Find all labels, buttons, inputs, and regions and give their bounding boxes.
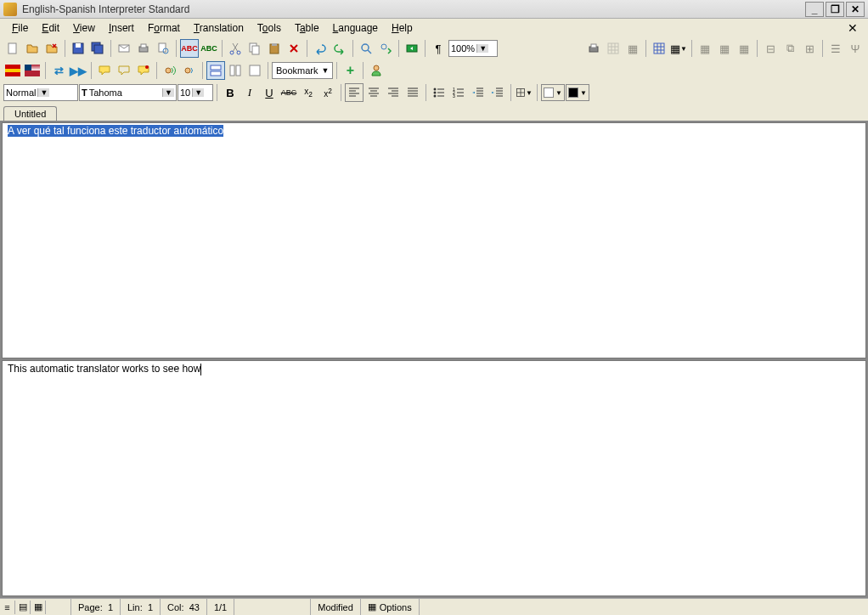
insert-grid-icon[interactable]: ▦ ▼ (669, 39, 688, 58)
print-icon[interactable] (134, 39, 153, 58)
menu-view[interactable]: View (66, 20, 102, 36)
svg-rect-4 (94, 45, 103, 54)
single-pane-icon[interactable] (245, 61, 264, 80)
status-options[interactable]: ▦Options (361, 599, 420, 615)
flag-us-icon[interactable] (23, 61, 42, 80)
undo-icon[interactable] (311, 39, 330, 58)
open-icon[interactable] (23, 39, 42, 58)
bookmark-combo[interactable]: Bookmark▼ (272, 62, 333, 79)
superscript-button[interactable]: x2 (318, 83, 337, 102)
svg-rect-22 (654, 43, 664, 54)
status-col: Col: 43 (161, 599, 207, 615)
bold-button[interactable]: B (221, 83, 240, 102)
highlight-color-button[interactable]: ▼ (566, 84, 589, 101)
spellcheck-icon[interactable]: ABC (180, 39, 199, 58)
tab-untitled[interactable]: Untitled (3, 106, 57, 121)
spellcheck-target-icon[interactable]: ABC (200, 39, 218, 58)
speak2-icon[interactable] (180, 61, 199, 80)
document-tabs: Untitled (0, 104, 868, 121)
flag-spain-icon[interactable] (3, 61, 22, 80)
save-all-icon[interactable] (88, 39, 107, 58)
menu-file[interactable]: File (5, 20, 35, 36)
decrease-indent-button[interactable] (469, 83, 488, 102)
menubar: File Edit View Insert Format Translation… (0, 19, 868, 37)
menu-insert[interactable]: Insert (102, 20, 141, 36)
font-combo[interactable]: TTahoma▼ (79, 84, 177, 101)
svg-rect-8 (159, 43, 166, 52)
menu-translation[interactable]: Translation (187, 20, 251, 36)
menu-tools[interactable]: Tools (251, 20, 288, 36)
align-left-button[interactable] (345, 83, 364, 102)
svg-point-24 (166, 68, 171, 73)
app-icon (3, 3, 17, 16)
toolbar-translation: ⇄ ▶▶ Bookmark▼ + (0, 59, 868, 82)
speech-bubble2-icon[interactable] (115, 61, 133, 80)
status-view2-icon[interactable]: ▤ (15, 601, 31, 614)
table-tool2-icon: ▦ (623, 39, 642, 58)
add-icon[interactable]: + (341, 61, 359, 80)
menu-language[interactable]: Language (326, 20, 385, 36)
minimize-button[interactable]: _ (805, 2, 824, 17)
print-preview-icon[interactable] (154, 39, 172, 58)
new-icon[interactable] (3, 39, 22, 58)
svg-rect-0 (8, 43, 16, 54)
print-tool-icon[interactable] (584, 39, 603, 58)
play-icon[interactable]: ▶▶ (69, 61, 87, 80)
menu-format[interactable]: Format (141, 20, 187, 36)
split-horizontal-icon[interactable] (206, 61, 225, 80)
swap-direction-icon[interactable]: ⇄ (49, 61, 68, 80)
paste-icon[interactable] (265, 39, 284, 58)
bullets-button[interactable] (430, 83, 448, 102)
doc-close-button[interactable]: ✕ (843, 21, 863, 35)
align-justify-button[interactable] (403, 83, 422, 102)
align-center-button[interactable] (364, 83, 383, 102)
speech-bubble-icon[interactable] (95, 61, 114, 80)
increase-indent-button[interactable] (488, 83, 507, 102)
speech-bubble3-icon[interactable] (134, 61, 153, 80)
status-view3-icon[interactable]: ▦ (31, 601, 46, 614)
user-icon[interactable] (367, 61, 386, 80)
translate-icon[interactable] (403, 39, 421, 58)
borders-button[interactable]: ▼ (515, 83, 533, 102)
font-size-combo[interactable]: 10▼ (178, 84, 213, 101)
save-icon[interactable] (69, 39, 87, 58)
italic-button[interactable]: I (240, 83, 259, 102)
close-doc-icon[interactable] (42, 39, 61, 58)
menu-help[interactable]: Help (385, 20, 420, 36)
paragraph-marks-icon[interactable]: ¶ (429, 39, 448, 58)
editor-container: A ver qué tal funciona este traductor au… (0, 121, 868, 598)
font-color-button[interactable]: ▼ (541, 84, 565, 101)
source-text: A ver qué tal funciona este traductor au… (8, 125, 223, 137)
status-page: Page: 1 (71, 599, 121, 615)
find-icon[interactable] (357, 39, 375, 58)
target-editor[interactable]: This automatic translator works to see h… (2, 360, 866, 596)
split-vertical-icon[interactable] (226, 61, 245, 80)
numbering-button[interactable]: 123 (449, 83, 468, 102)
svg-point-16 (362, 44, 369, 51)
svg-point-33 (434, 92, 437, 94)
table-op1-icon: ▦ (696, 39, 714, 58)
maximize-button[interactable]: ❐ (826, 2, 844, 17)
menu-table[interactable]: Table (288, 20, 326, 36)
close-button[interactable]: ✕ (846, 2, 865, 17)
strikethrough-button[interactable]: ABC (279, 83, 298, 102)
style-combo[interactable]: Normal▼ (3, 84, 78, 101)
delete-icon[interactable] (285, 39, 303, 58)
underline-button[interactable]: U (260, 83, 279, 102)
speak-icon[interactable] (161, 61, 179, 80)
cut-icon[interactable] (226, 39, 245, 58)
svg-rect-29 (236, 65, 240, 76)
mail-icon[interactable] (115, 39, 133, 58)
menu-edit[interactable]: Edit (35, 20, 66, 36)
copy-icon[interactable] (245, 39, 264, 58)
redo-icon[interactable] (330, 39, 349, 58)
subscript-button[interactable]: x2 (299, 83, 318, 102)
split-cells-icon: ⊞ (800, 39, 819, 58)
align-right-button[interactable] (384, 83, 403, 102)
status-view1-icon[interactable]: ≡ (0, 601, 15, 614)
source-editor[interactable]: A ver qué tal funciona este traductor au… (2, 122, 866, 358)
zoom-combo[interactable]: 100%▼ (448, 40, 498, 57)
insert-table-icon[interactable] (650, 39, 668, 58)
find-next-icon[interactable] (376, 39, 395, 58)
status-pages: 1/1 (207, 599, 234, 615)
